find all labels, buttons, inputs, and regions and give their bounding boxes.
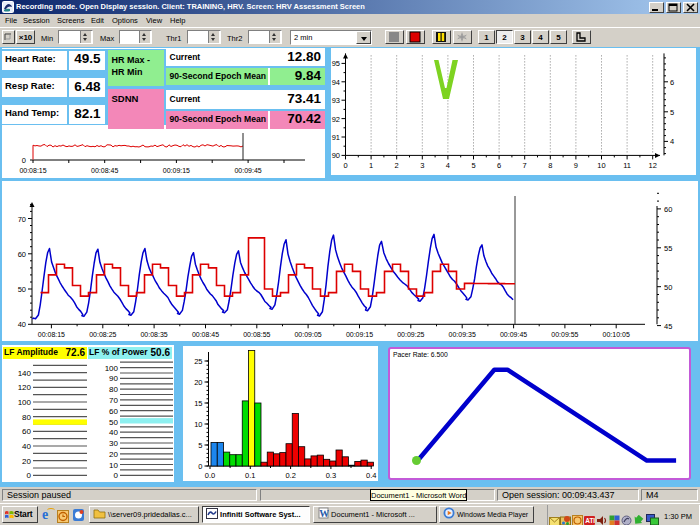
svg-text:W: W [319,508,329,519]
svg-text:92: 92 [332,115,340,124]
svg-text:0: 0 [198,462,202,471]
svg-text:90: 90 [109,374,118,383]
svg-text:00:09:45: 00:09:45 [500,331,527,338]
svg-text:Pacer Rate: 6.500: Pacer Rate: 6.500 [393,351,448,358]
svg-text:30: 30 [109,439,118,448]
svg-text:00:08:45: 00:08:45 [91,167,118,174]
svg-text:0: 0 [22,156,26,165]
svg-text:60: 60 [22,427,31,436]
svg-text:0: 0 [343,161,347,170]
svg-text:60: 60 [18,250,26,259]
svg-text:70: 70 [109,396,118,405]
svg-text:20: 20 [109,450,118,459]
svg-text:00:08:25: 00:08:25 [89,331,116,338]
svg-text:00:08:35: 00:08:35 [140,331,167,338]
svg-text:95: 95 [332,59,340,68]
svg-text:3: 3 [420,161,424,170]
svg-text:6: 6 [497,161,501,170]
svg-text:91: 91 [332,133,340,142]
svg-text:20: 20 [22,457,31,466]
svg-text:2: 2 [395,161,399,170]
svg-text:120: 120 [18,383,32,392]
svg-text:15: 15 [194,399,202,408]
svg-text:1: 1 [369,161,373,170]
svg-text:60: 60 [109,407,118,416]
svg-text:10: 10 [109,461,118,470]
svg-text:9: 9 [574,161,578,170]
svg-text:94: 94 [332,78,340,87]
svg-text:5: 5 [670,108,674,117]
svg-text:90: 90 [332,151,340,160]
svg-text:00:08:45: 00:08:45 [192,331,219,338]
svg-text:140: 140 [18,369,32,378]
svg-text:8: 8 [548,161,552,170]
svg-text:00:08:15: 00:08:15 [19,167,46,174]
svg-text:0.0: 0.0 [205,471,215,480]
svg-text:55: 55 [664,244,672,253]
svg-text:50: 50 [18,285,26,294]
svg-text:0.1: 0.1 [245,471,255,480]
svg-text:00:09:35: 00:09:35 [449,331,476,338]
svg-text:100: 100 [105,364,119,373]
svg-text:ATI: ATI [585,517,595,524]
svg-text:80: 80 [22,413,31,422]
svg-text:40: 40 [22,442,31,451]
svg-text:10: 10 [597,161,605,170]
svg-text:00:08:15: 00:08:15 [38,331,65,338]
svg-text:0.4: 0.4 [366,471,376,480]
svg-text:20: 20 [194,378,202,387]
svg-text:60: 60 [664,205,672,214]
svg-text:100: 100 [18,398,32,407]
svg-text:4: 4 [670,137,674,146]
svg-text:00:09:15: 00:09:15 [346,331,373,338]
svg-text:10: 10 [194,420,202,429]
svg-text:0: 0 [27,471,32,480]
svg-text:45: 45 [664,322,672,331]
svg-text:0: 0 [114,471,119,480]
svg-text:93: 93 [332,96,340,105]
svg-text:80: 80 [109,385,118,394]
svg-text:70: 70 [18,215,26,224]
svg-text:50: 50 [109,418,118,427]
svg-text:40: 40 [18,320,26,329]
svg-text:00:09:15: 00:09:15 [163,167,190,174]
svg-text:0.2: 0.2 [285,471,295,480]
svg-text:12: 12 [649,161,657,170]
svg-text:5: 5 [471,161,475,170]
svg-text:00:09:25: 00:09:25 [397,331,424,338]
svg-text:11: 11 [623,161,631,170]
svg-text:00:09:55: 00:09:55 [551,331,578,338]
svg-text:00:08:55: 00:08:55 [243,331,270,338]
svg-text:5: 5 [198,441,202,450]
svg-text:00:09:45: 00:09:45 [234,167,261,174]
svg-text:0.3: 0.3 [326,471,336,480]
svg-text:4: 4 [446,161,450,170]
svg-text:00:09:05: 00:09:05 [294,331,321,338]
svg-text:6: 6 [670,78,674,87]
svg-text:25: 25 [194,357,202,366]
svg-text:7: 7 [523,161,527,170]
svg-text:40: 40 [109,428,118,437]
svg-text:50: 50 [664,283,672,292]
svg-text:00:10:05: 00:10:05 [603,331,630,338]
